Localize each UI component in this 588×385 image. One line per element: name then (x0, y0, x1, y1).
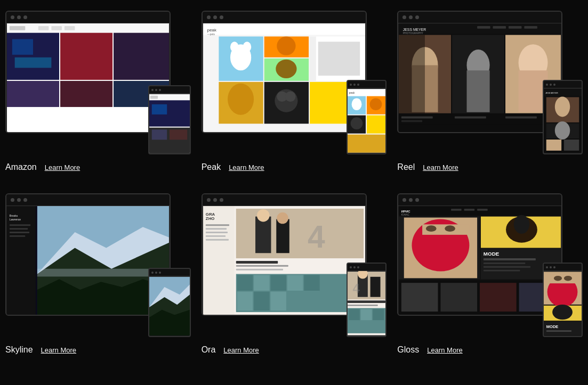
svg-rect-76 (455, 117, 486, 119)
pdot3 (220, 15, 223, 19)
dot (546, 84, 548, 86)
svg-point-178 (552, 305, 573, 320)
tablet-title-bar-gloss (544, 264, 582, 271)
svg-rect-54 (348, 135, 385, 153)
dot (550, 266, 552, 268)
svg-rect-5 (65, 26, 75, 30)
svg-rect-62 (525, 26, 538, 29)
svg-text:4: 4 (308, 219, 325, 254)
dot (155, 272, 157, 274)
svg-rect-141 (349, 309, 360, 320)
svg-rect-9 (7, 81, 59, 107)
svg-rect-1 (7, 23, 169, 33)
template-name-peak: Peak (202, 162, 221, 172)
svg-rect-174 (549, 274, 576, 283)
desktop-mockup-ora: GRA ZHO (202, 193, 367, 316)
desktop-mockup-skyline: Brooks Lawrence (5, 193, 171, 316)
tablet-title-bar-skyline (149, 269, 190, 276)
screen-area-skyline: Brooks Lawrence (6, 206, 170, 315)
svg-rect-18 (151, 104, 167, 114)
svg-rect-7 (60, 33, 112, 80)
template-name-ora: Ora (202, 345, 216, 355)
svg-text:—pets: —pets (207, 33, 215, 36)
amazon-tablet-svg (149, 94, 190, 153)
svg-rect-106 (203, 206, 235, 315)
svg-point-175 (554, 276, 562, 281)
svg-rect-169 (480, 283, 517, 312)
desktop-mockup-reel: JESS MEYER PHOTOGRAPHY (397, 11, 562, 133)
svg-rect-168 (441, 283, 478, 312)
svg-rect-91 (10, 224, 30, 226)
pdot2 (213, 15, 217, 19)
svg-rect-69 (467, 70, 490, 112)
templates-grid: Amazon Learn More peak —pets (0, 0, 588, 365)
tablet-mockup-reel: JESS MEYER (543, 80, 583, 154)
tablet-screen-reel: JESS MEYER (544, 88, 582, 153)
tablet-mockup-ora: 4 (347, 263, 386, 337)
svg-rect-23 (203, 23, 365, 35)
tablet-screen-peak: peak (348, 88, 385, 153)
svg-rect-73 (399, 115, 561, 125)
learn-more-amazon[interactable]: Learn More (45, 163, 80, 171)
svg-text:MODE: MODE (546, 324, 559, 329)
svg-rect-128 (304, 275, 319, 290)
tablet-mockup-skyline (148, 268, 191, 337)
preview-container-gloss: ИРИС ЮНАС (397, 193, 583, 337)
dot (357, 84, 359, 86)
card-footer-gloss: Gloss Learn More (397, 342, 583, 355)
template-card-gloss: ИРИС ЮНАС (397, 193, 583, 355)
learn-more-gloss[interactable]: Learn More (427, 346, 462, 354)
learn-more-reel[interactable]: Learn More (423, 163, 458, 171)
svg-text:Lawrence: Lawrence (10, 218, 21, 221)
svg-rect-88 (7, 206, 36, 315)
tablet-title-bar-amazon (149, 86, 190, 94)
svg-point-28 (230, 42, 239, 52)
ora-preview-svg: GRA ZHO (203, 206, 366, 315)
tablet-screen-ora: 4 (348, 271, 385, 336)
preview-container-ora: GRA ZHO (202, 193, 387, 337)
svg-text:JESS MEYER: JESS MEYER (403, 28, 426, 31)
card-footer-ora: Ora Learn More (202, 342, 387, 355)
gdot2 (409, 198, 413, 202)
card-footer-skyline: Skyline Learn More (5, 342, 191, 355)
tablet-title-bar-reel (544, 81, 582, 88)
svg-point-116 (257, 209, 270, 222)
svg-text:JESS MEYER: JESS MEYER (545, 92, 558, 94)
dot (550, 84, 552, 86)
svg-rect-2 (10, 26, 25, 30)
odot1 (207, 198, 211, 202)
gloss-preview-svg: ИРИС ЮНАС (398, 206, 561, 315)
svg-rect-75 (401, 120, 422, 122)
learn-more-ora[interactable]: Learn More (223, 346, 259, 354)
svg-text:ZHO: ZHO (206, 216, 215, 221)
template-card-ora: GRA ZHO (202, 193, 387, 355)
svg-rect-124 (237, 275, 252, 290)
svg-point-84 (555, 121, 570, 140)
svg-rect-110 (206, 228, 227, 230)
odot3 (220, 198, 223, 202)
tablet-screen-amazon (149, 94, 190, 153)
svg-rect-150 (477, 209, 488, 211)
svg-point-118 (277, 212, 288, 224)
learn-more-peak[interactable]: Learn More (229, 163, 264, 171)
tdot2 (155, 89, 157, 91)
svg-rect-12 (12, 39, 33, 54)
svg-rect-92 (10, 228, 28, 230)
svg-rect-111 (206, 232, 228, 233)
svg-point-38 (228, 84, 254, 115)
svg-rect-61 (509, 26, 522, 29)
gdot3 (415, 198, 419, 202)
svg-rect-148 (451, 209, 462, 211)
svg-rect-10 (60, 81, 112, 107)
svg-rect-86 (564, 140, 579, 151)
sdot3 (23, 198, 27, 202)
svg-text:peak: peak (207, 28, 216, 32)
learn-more-skyline[interactable]: Learn More (41, 346, 76, 354)
svg-point-155 (426, 225, 437, 232)
svg-point-50 (370, 98, 382, 110)
template-card-amazon: Amazon Learn More (5, 11, 191, 172)
screen-area-gloss: ИРИС ЮНАС (398, 206, 561, 315)
svg-rect-129 (237, 292, 252, 310)
ora-tablet-svg: 4 (348, 271, 385, 336)
template-name-skyline: Skyline (5, 345, 33, 355)
